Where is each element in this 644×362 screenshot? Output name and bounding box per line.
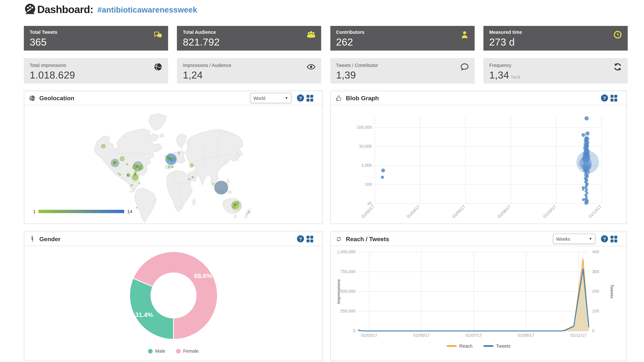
svg-text:01/11/17: 01/11/17 [570, 333, 586, 338]
stat-card-tweets-contributor: Tweets / Contributor 1,39 [330, 58, 474, 83]
svg-text:Impressions: Impressions [336, 279, 341, 304]
help-icon[interactable]: ? [297, 235, 304, 242]
stat-value: 1,39 [336, 69, 468, 81]
stat-value: 1,34Tw/d [489, 69, 622, 81]
grid-icon[interactable] [306, 236, 313, 242]
svg-text:0: 0 [592, 328, 594, 333]
map-legend: 1 14 [33, 209, 132, 214]
svg-text:500,000: 500,000 [340, 289, 356, 294]
grid-icon[interactable] [610, 236, 617, 242]
svg-text:300: 300 [592, 269, 599, 274]
interval-select[interactable]: Weeks ▼ [553, 234, 596, 244]
hashtag: #antibioticawarenessweek [98, 5, 197, 15]
stat-value: 1,24 [183, 69, 316, 81]
svg-text:01/09/17: 01/09/17 [518, 333, 534, 338]
legend-item-female: Female [176, 349, 198, 354]
stat-value: 262 [336, 36, 468, 48]
gender-legend: Male Female [24, 349, 322, 354]
grid-icon[interactable] [306, 95, 313, 101]
svg-text:01/05/17: 01/05/17 [413, 333, 430, 338]
speech-bubble-icon [460, 62, 469, 71]
svg-text:01/02/17: 01/02/17 [360, 204, 376, 219]
legend-item-reach: Reach [446, 344, 472, 349]
interval-value: Weeks [556, 236, 570, 241]
svg-text:200: 200 [592, 289, 599, 294]
stat-label: Total Audience [183, 29, 316, 34]
grid-icon[interactable] [610, 95, 617, 101]
dashboard-icon [24, 2, 36, 16]
stat-card-measured-time: Measured time 273 d [483, 26, 628, 50]
panel-title: Reach / Tweets [346, 236, 553, 242]
chevron-down-icon: ▼ [589, 237, 592, 241]
gender-panel-header: Gender ? [24, 232, 322, 246]
help-icon[interactable]: ? [601, 235, 608, 242]
stat-label: Impressions / Audience [183, 63, 316, 68]
stat-cards-dark: Total Tweets 365 Total Audience 821.792 … [24, 26, 628, 50]
blob-chart: 100,00010,0001,0001001001/02/1701/04/170… [331, 105, 626, 224]
geolocation-map: 1 14 [24, 105, 322, 224]
person-icon [29, 236, 36, 242]
stat-label: Tweets / Contributor [336, 63, 468, 68]
svg-text:1,000: 1,000 [361, 163, 372, 168]
svg-text:0: 0 [353, 328, 355, 333]
stat-card-total-tweets: Total Tweets 365 [24, 26, 168, 50]
thumbs-up-icon [335, 95, 342, 101]
user-icon [460, 30, 469, 39]
map-scope-select[interactable]: World ▼ [250, 93, 292, 103]
stat-card-total-impressions: Total Impressions 1.018.629 [24, 58, 168, 83]
blob-graph-panel-header: Blob Graph ? [331, 91, 626, 105]
users-icon [307, 30, 316, 39]
stat-label: Contributors [336, 29, 468, 34]
reach-tweets-panel-header: Reach / Tweets Weeks ▼ ? [331, 232, 626, 246]
svg-text:Tweets: Tweets [610, 285, 614, 299]
blob-graph-panel: Blob Graph ? 100,00010,0001,0001001001/0… [330, 91, 627, 224]
stat-cards-light: Total Impressions 1.018.629 Impressions … [24, 58, 628, 83]
retweet-icon [335, 236, 342, 242]
world-map [88, 112, 264, 224]
clock-icon [613, 30, 622, 39]
svg-text:01/08/17: 01/08/17 [497, 204, 512, 219]
svg-text:31.4%: 31.4% [135, 311, 153, 318]
globe-icon [29, 95, 36, 101]
help-icon[interactable]: ? [601, 94, 608, 101]
legend-gradient-bar [38, 210, 124, 213]
legend-min: 1 [33, 209, 36, 214]
help-icon[interactable]: ? [297, 94, 304, 101]
svg-text:01/07/17: 01/07/17 [466, 333, 482, 338]
legend-max: 14 [127, 209, 132, 214]
eye-icon [307, 62, 316, 71]
svg-text:01/10/17: 01/10/17 [542, 204, 557, 219]
svg-text:01/03/17: 01/03/17 [361, 333, 378, 338]
svg-text:10,000: 10,000 [359, 144, 372, 149]
tweets-swatch [484, 345, 494, 347]
svg-text:01/04/17: 01/04/17 [406, 204, 421, 219]
svg-text:400: 400 [592, 249, 599, 254]
chat-bubbles-icon [154, 30, 162, 39]
stat-card-frequency: Frequency 1,34Tw/d [483, 58, 628, 83]
stat-card-impressions-audience: Impressions / Audience 1,24 [177, 58, 321, 83]
panel-title: Geolocation [39, 95, 250, 101]
globe-icon [154, 62, 162, 71]
svg-text:01/12/17: 01/12/17 [588, 204, 602, 219]
reach-tweets-legend: Reach Tweets [331, 344, 626, 349]
page-title: Dashboard: [37, 3, 93, 15]
stat-value: 273 d [489, 36, 622, 48]
svg-text:100,000: 100,000 [356, 125, 372, 130]
stat-value: 821.792 [183, 36, 316, 48]
panel-title: Blob Graph [346, 95, 601, 101]
male-dot [148, 349, 153, 354]
stat-value: 365 [30, 36, 162, 48]
svg-text:01/06/17: 01/06/17 [451, 204, 466, 219]
stat-unit: Tw/d [511, 75, 520, 79]
stat-card-contributors: Contributors 262 [330, 26, 474, 50]
page-header: Dashboard: #antibioticawarenessweek [24, 2, 197, 16]
svg-text:1,000,000: 1,000,000 [337, 249, 356, 254]
legend-item-tweets: Tweets [484, 344, 510, 349]
refresh-icon [613, 62, 622, 71]
female-dot [176, 349, 181, 354]
svg-text:750,000: 750,000 [340, 269, 356, 274]
svg-text:68.6%: 68.6% [194, 272, 212, 279]
chevron-down-icon: ▼ [285, 96, 288, 100]
stat-label: Measured time [489, 29, 622, 34]
geolocation-panel-header: Geolocation World ▼ ? [24, 91, 322, 105]
